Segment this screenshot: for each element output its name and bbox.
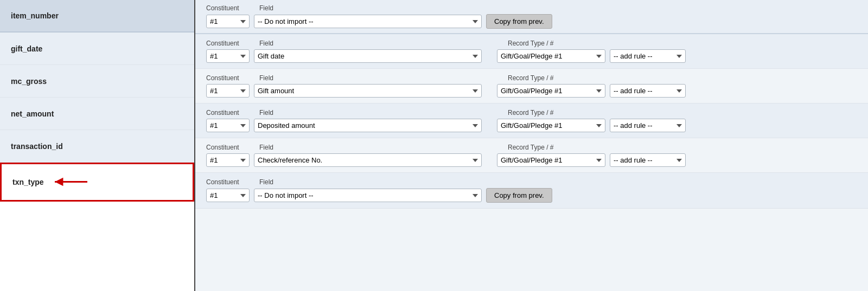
right-panel: Constituent Field #1 -- Do not import --…	[195, 0, 868, 291]
left-label-transaction-id: transaction_id	[11, 142, 63, 151]
left-row-transaction-id: transaction_id	[0, 130, 194, 163]
addrule-select-4[interactable]: -- add rule --	[610, 119, 686, 132]
copy-from-prev-button-1[interactable]: Copy from prev.	[486, 14, 552, 29]
recordtype-label-3: Record Type / #	[508, 74, 638, 82]
labels-row-2: Constituent Field Record Type / #	[206, 40, 857, 47]
field-label-2: Field	[259, 40, 493, 47]
recordtype-select-4[interactable]: Gift/Goal/Pledge #1	[497, 119, 605, 132]
left-label-item-number: item_number	[11, 11, 59, 20]
labels-row-6: Constituent Field	[206, 178, 857, 186]
field-select-3[interactable]: Gift amount -- Do not import -- Gift dat…	[254, 84, 482, 98]
constituent-select-4[interactable]: #1	[206, 119, 250, 132]
mapping-row-net-amount: Constituent Field Record Type / # #1 Dep…	[195, 104, 868, 138]
controls-row-3: #1 Gift amount -- Do not import -- Gift …	[206, 84, 857, 98]
left-row-mc-gross: mc_gross	[0, 65, 194, 98]
controls-row-5: #1 Check/reference No. -- Do not import …	[206, 153, 857, 167]
labels-row-5: Constituent Field Record Type / #	[206, 144, 857, 151]
field-label-5: Field	[259, 144, 493, 151]
left-row-item-number: item_number	[0, 0, 194, 33]
constituent-select-2[interactable]: #1	[206, 49, 250, 63]
recordtype-select-5[interactable]: Gift/Goal/Pledge #1	[497, 153, 605, 167]
svg-marker-1	[55, 178, 63, 186]
constituent-label-4: Constituent	[206, 109, 255, 117]
constituent-select-3[interactable]: #1	[206, 84, 250, 98]
constituent-label-1: Constituent	[206, 4, 255, 12]
constituent-label-6: Constituent	[206, 178, 255, 186]
mapping-row-transaction-id: Constituent Field Record Type / # #1 Che…	[195, 138, 868, 173]
mapping-row-mc-gross: Constituent Field Record Type / # #1 Gif…	[195, 69, 868, 104]
mapping-row-gift-date: Constituent Field Record Type / # #1 Gif…	[195, 34, 868, 69]
controls-row-4: #1 Deposited amount -- Do not import -- …	[206, 119, 857, 132]
left-row-net-amount: net_amount	[0, 98, 194, 130]
field-select-5[interactable]: Check/reference No. -- Do not import -- …	[254, 153, 482, 167]
controls-row-2: #1 Gift date -- Do not import -- Gift am…	[206, 49, 857, 63]
field-label-4: Field	[259, 109, 493, 117]
field-label-3: Field	[259, 74, 493, 82]
left-row-gift-date: gift_date	[0, 33, 194, 65]
left-label-mc-gross: mc_gross	[11, 77, 47, 86]
field-select-1[interactable]: -- Do not import -- Gift amount Gift dat…	[254, 15, 482, 28]
field-select-2[interactable]: Gift date -- Do not import -- Gift amoun…	[254, 49, 482, 63]
constituent-label-5: Constituent	[206, 144, 255, 151]
recordtype-label-5: Record Type / #	[508, 144, 638, 151]
labels-row-1: Constituent Field	[206, 4, 857, 12]
addrule-select-3[interactable]: -- add rule --	[610, 84, 686, 98]
constituent-label-2: Constituent	[206, 40, 255, 47]
left-row-txn-type: txn_type	[0, 163, 194, 202]
mapping-row-txn-type: Constituent Field #1 -- Do not import --…	[195, 173, 868, 209]
left-label-gift-date: gift_date	[11, 44, 42, 53]
recordtype-select-3[interactable]: Gift/Goal/Pledge #1	[497, 84, 605, 98]
addrule-select-5[interactable]: -- add rule --	[610, 153, 686, 167]
field-label-1: Field	[259, 4, 493, 12]
field-select-6[interactable]: -- Do not import -- Gift date Gift amoun…	[254, 189, 482, 202]
field-label-6: Field	[259, 178, 493, 186]
mapping-row-item-number: Constituent Field #1 -- Do not import --…	[195, 0, 868, 34]
red-arrow-icon	[49, 174, 93, 190]
constituent-select-1[interactable]: #1	[206, 15, 250, 28]
left-label-txn-type: txn_type	[12, 178, 44, 186]
controls-row-6: #1 -- Do not import -- Gift date Gift am…	[206, 188, 857, 203]
labels-row-3: Constituent Field Record Type / #	[206, 74, 857, 82]
constituent-select-5[interactable]: #1	[206, 153, 250, 167]
constituent-label-3: Constituent	[206, 74, 255, 82]
addrule-select-2[interactable]: -- add rule --	[610, 49, 686, 63]
field-select-4[interactable]: Deposited amount -- Do not import -- Gif…	[254, 119, 482, 132]
txn-type-with-arrow: txn_type	[12, 174, 93, 190]
left-panel: item_number gift_date mc_gross net_amoun…	[0, 0, 195, 291]
page-container: item_number gift_date mc_gross net_amoun…	[0, 0, 868, 291]
copy-from-prev-button-6[interactable]: Copy from prev.	[486, 188, 552, 203]
left-label-net-amount: net_amount	[11, 109, 54, 118]
recordtype-label-4: Record Type / #	[508, 109, 638, 117]
labels-row-4: Constituent Field Record Type / #	[206, 109, 857, 117]
controls-row-1: #1 -- Do not import -- Gift amount Gift …	[206, 14, 857, 29]
constituent-select-6[interactable]: #1	[206, 189, 250, 202]
recordtype-label-2: Record Type / #	[508, 40, 638, 47]
recordtype-select-2[interactable]: Gift/Goal/Pledge #1	[497, 49, 605, 63]
